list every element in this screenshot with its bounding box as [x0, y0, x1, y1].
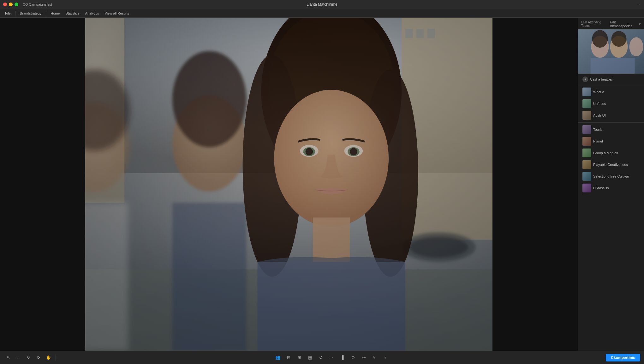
tool-layers[interactable]: ⊞	[295, 353, 304, 362]
panel-row-0[interactable]: ★ Cast a beatpai	[579, 75, 643, 83]
panel-row-thumb-5	[582, 137, 591, 146]
panel-row-6[interactable]: Group a Map ok	[579, 147, 643, 159]
svg-point-38	[592, 30, 608, 48]
toolbar-right: Ckompertime	[606, 354, 640, 361]
tool-wave[interactable]: 〜	[359, 353, 368, 362]
tool-refresh[interactable]: ↺	[316, 353, 325, 362]
panel-row-9[interactable]: Diktassiss	[579, 182, 643, 194]
right-panel: Last Attending Teams Edit Bitmapspecies …	[578, 18, 644, 351]
panel-divider-3	[578, 122, 644, 123]
panel-row-7[interactable]: Playable Creativeness	[579, 159, 643, 170]
panel-row-thumb-4	[582, 125, 591, 134]
panel-row-label-0: Cast a beatpai	[590, 77, 640, 81]
panel-row-thumb-3	[582, 111, 591, 120]
menu-separator-1	[15, 11, 15, 15]
thumb-img-5	[582, 137, 591, 146]
panel-row-label-1: What a	[593, 90, 640, 94]
thumb-img-4	[582, 125, 591, 134]
panel-row-8[interactable]: Selectiong free Cultivar	[579, 171, 643, 182]
tool-chart[interactable]: ▦	[306, 353, 314, 362]
title-bar-action-button[interactable]: ⋯	[635, 2, 641, 7]
right-panel-header: Last Attending Teams Edit Bitmapspecies …	[578, 18, 644, 29]
window-title: Llanta Matchinime	[307, 2, 337, 7]
menu-separator-2	[46, 11, 46, 15]
panel-row-3[interactable]: Abstr UI	[579, 110, 643, 121]
export-button[interactable]: Ckompertime	[606, 354, 640, 361]
menu-bar: File Brandstrategy Home Statistics Analy…	[0, 9, 644, 18]
panel-row-thumb-7	[582, 160, 591, 169]
thumbnail-image	[578, 29, 644, 74]
tool-circles[interactable]: ⊙	[349, 353, 357, 362]
panel-row-4[interactable]: Tourist	[579, 124, 643, 135]
thumb-img-3	[582, 111, 591, 120]
panel-row-thumb-6	[582, 149, 591, 157]
thumbnail-svg	[578, 29, 644, 74]
tool-arrow[interactable]: →	[327, 353, 336, 362]
panel-row-label-7: Playable Creativeness	[593, 163, 640, 167]
tool-people[interactable]: 👥	[273, 353, 282, 362]
panel-row-thumb-8	[582, 172, 591, 181]
title-bar: CO Campaignsfest Llanta Matchinime ⋯	[0, 0, 644, 9]
bottom-toolbar: ↖ ⌗ ↻ ⟳ ✋ 👥 ⊟ ⊞ ▦ ↺ → ▐ ⊙ 〜 ⑂ ＋ Ckompert…	[0, 351, 644, 364]
close-window-button[interactable]	[3, 3, 7, 6]
maximize-window-button[interactable]	[15, 3, 18, 6]
panel-row-label-2: Unfocus	[593, 102, 640, 106]
tool-bargraph[interactable]: ▐	[338, 353, 347, 362]
photo-canvas[interactable]	[0, 18, 578, 351]
panel-row-icon-0: ★	[582, 76, 588, 82]
main-content: Last Attending Teams Edit Bitmapspecies …	[0, 18, 644, 351]
panel-row-label-8: Selectiong free Cultivar	[593, 174, 640, 178]
thumb-img-2	[582, 99, 591, 108]
menu-viewresults[interactable]: View all Results	[102, 11, 132, 16]
panel-thumbnail-preview[interactable]	[578, 29, 644, 74]
panel-row-2[interactable]: Unfocus	[579, 98, 643, 109]
toolbar-center-tools: 👥 ⊟ ⊞ ▦ ↺ → ▐ ⊙ 〜 ⑂ ＋	[58, 353, 605, 362]
tool-crop[interactable]: ⌗	[14, 353, 23, 362]
right-panel-dropdown[interactable]: Edit Bitmapspecies ▾	[610, 20, 641, 28]
thumb-img-8	[582, 172, 591, 181]
tool-cursor[interactable]: ↖	[4, 353, 13, 362]
tool-plus[interactable]: ＋	[381, 353, 390, 362]
menu-analytics[interactable]: Analytics	[83, 11, 102, 16]
toolbar-sep-1	[56, 355, 56, 361]
panel-row-label-5: Planet	[593, 139, 640, 143]
tool-divide[interactable]: ⊟	[284, 353, 293, 362]
svg-point-41	[629, 37, 643, 56]
photo-color-overlay	[85, 18, 492, 351]
chevron-down-icon: ▾	[639, 22, 641, 26]
thumb-img-7	[582, 160, 591, 169]
app-name: CO Campaignsfest	[23, 3, 52, 6]
panel-row-label-4: Tourist	[593, 128, 640, 131]
thumb-img-9	[582, 184, 591, 192]
panel-row-5[interactable]: Planet	[579, 136, 643, 147]
minimize-window-button[interactable]	[9, 3, 13, 6]
panel-row-label-6: Group a Map ok	[593, 151, 640, 155]
panel-row-label-9: Diktassiss	[593, 186, 640, 190]
tool-branch[interactable]: ⑂	[370, 353, 379, 362]
panel-divider-0	[578, 85, 644, 85]
tool-rotate[interactable]: ↻	[24, 353, 33, 362]
menu-brandstrategy[interactable]: Brandstrategy	[17, 11, 44, 16]
tool-hand[interactable]: ✋	[44, 353, 53, 362]
panel-row-thumb-1	[582, 88, 591, 96]
panel-row-thumb-9	[582, 184, 591, 192]
panel-rows-container: ★ Cast a beatpai What a Unfocus	[578, 74, 644, 351]
thumb-img-6	[582, 149, 591, 157]
svg-point-40	[611, 31, 627, 47]
menu-home[interactable]: Home	[48, 11, 62, 16]
panel-row-thumb-2	[582, 99, 591, 108]
title-bar-right: ⋯	[635, 2, 641, 7]
panel-row-1[interactable]: What a	[579, 86, 643, 98]
svg-rect-42	[591, 58, 635, 74]
menu-statistics[interactable]: Statistics	[63, 11, 82, 16]
panel-row-label-3: Abstr UI	[593, 113, 640, 117]
thumb-img-1	[582, 88, 591, 96]
right-panel-title: Last Attending Teams	[581, 21, 610, 27]
dropdown-label: Edit Bitmapspecies	[610, 20, 638, 28]
photo-main	[85, 18, 492, 351]
window-controls: CO Campaignsfest	[3, 3, 52, 6]
tool-straighten[interactable]: ⟳	[34, 353, 43, 362]
menu-file[interactable]: File	[3, 11, 13, 16]
